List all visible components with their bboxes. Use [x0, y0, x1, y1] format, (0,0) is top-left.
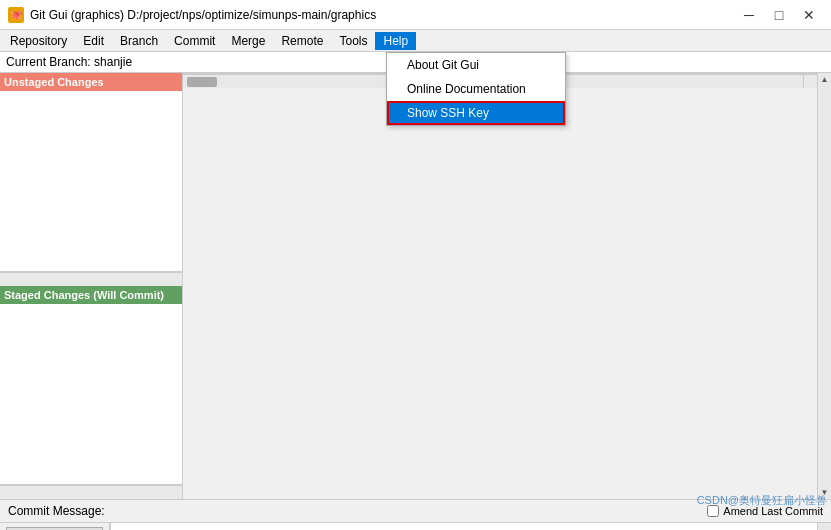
- amend-checkbox[interactable]: [707, 505, 719, 517]
- current-branch-label: Current Branch: shanjie: [6, 55, 132, 69]
- hscroll-corner: [803, 74, 817, 88]
- dropdown-about[interactable]: About Git Gui: [387, 53, 565, 77]
- menu-commit[interactable]: Commit: [166, 32, 223, 50]
- menu-branch[interactable]: Branch: [112, 32, 166, 50]
- diff-content: [183, 73, 817, 499]
- window-controls: ─ □ ✕: [735, 4, 823, 26]
- menu-help[interactable]: Help: [375, 32, 416, 50]
- menu-edit[interactable]: Edit: [75, 32, 112, 50]
- app-icon: 🐙: [8, 7, 24, 23]
- minimize-button[interactable]: ─: [735, 4, 763, 26]
- hscroll-thumb: [187, 77, 217, 87]
- staged-section: Staged Changes (Will Commit): [0, 286, 182, 499]
- commit-message-label: Commit Message:: [8, 504, 105, 518]
- commit-textarea[interactable]: [110, 523, 817, 530]
- amend-area: Amend Last Commit: [707, 505, 823, 517]
- commit-vscroll[interactable]: [817, 523, 831, 530]
- commit-body: Rescan Stage Changed Sign Off Commit Pus…: [0, 523, 831, 530]
- menu-bar: Repository Edit Branch Commit Merge Remo…: [0, 30, 831, 52]
- close-button[interactable]: ✕: [795, 4, 823, 26]
- staged-label: Staged Changes (Will Commit): [0, 286, 182, 304]
- right-panel: ▲ ▼: [183, 73, 831, 499]
- main-area: Unstaged Changes Staged Changes (Will Co…: [0, 73, 831, 499]
- unstaged-label: Unstaged Changes: [0, 73, 182, 91]
- help-dropdown: About Git Gui Online Documentation Show …: [386, 52, 566, 126]
- title-bar: 🐙 Git Gui (graphics) D:/project/nps/opti…: [0, 0, 831, 30]
- dropdown-ssh[interactable]: Show SSH Key: [387, 101, 565, 125]
- window-title: Git Gui (graphics) D:/project/nps/optimi…: [30, 8, 376, 22]
- commit-message-area: [110, 523, 817, 530]
- staged-file-list[interactable]: [0, 304, 182, 485]
- menu-remote[interactable]: Remote: [273, 32, 331, 50]
- amend-label: Amend Last Commit: [723, 505, 823, 517]
- vscroll-up-arrow[interactable]: ▲: [821, 75, 829, 84]
- menu-tools[interactable]: Tools: [331, 32, 375, 50]
- left-panel: Unstaged Changes Staged Changes (Will Co…: [0, 73, 183, 499]
- unstaged-hscroll[interactable]: [0, 272, 182, 286]
- dropdown-docs[interactable]: Online Documentation: [387, 77, 565, 101]
- menu-repository[interactable]: Repository: [2, 32, 75, 50]
- bottom-section: Commit Message: Amend Last Commit Rescan…: [0, 499, 831, 530]
- staged-hscroll[interactable]: [0, 485, 182, 499]
- vscroll-down-arrow[interactable]: ▼: [821, 488, 829, 497]
- commit-buttons: Rescan Stage Changed Sign Off Commit Pus…: [0, 523, 110, 530]
- maximize-button[interactable]: □: [765, 4, 793, 26]
- diff-with-scroll: ▲ ▼: [183, 73, 831, 499]
- diff-vscroll[interactable]: ▲ ▼: [817, 73, 831, 499]
- menu-merge[interactable]: Merge: [223, 32, 273, 50]
- unstaged-section: Unstaged Changes: [0, 73, 182, 286]
- commit-header: Commit Message: Amend Last Commit: [0, 500, 831, 523]
- unstaged-file-list[interactable]: [0, 91, 182, 272]
